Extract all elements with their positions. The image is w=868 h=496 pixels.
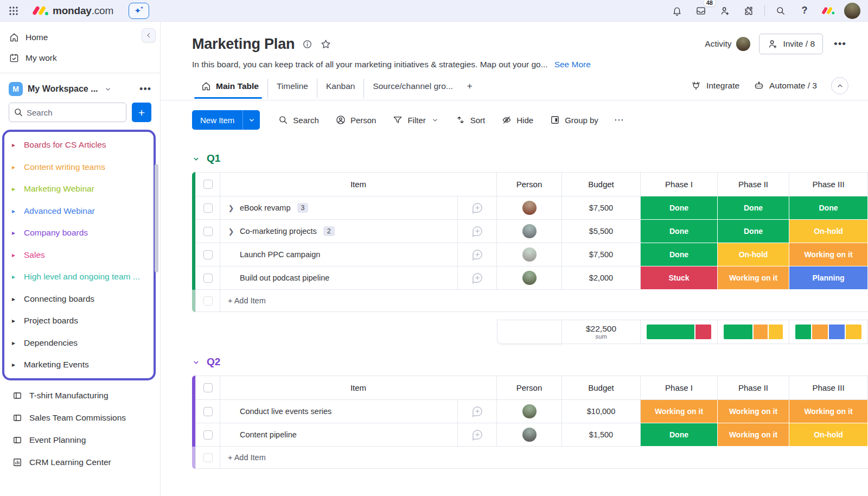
column-header-phase-iii[interactable]: Phase III xyxy=(789,376,868,400)
tab-timeline[interactable]: Timeline xyxy=(267,79,317,98)
sidebar-board-marketing-events[interactable]: ▸Marketing Events xyxy=(4,354,154,376)
row-checkbox[interactable] xyxy=(203,227,213,236)
toolbar-group-by-button[interactable]: Group by xyxy=(544,111,604,129)
chat-plus-icon[interactable] xyxy=(458,266,497,290)
status-cell-phase-1[interactable]: Done xyxy=(641,243,718,266)
sidebar-board-advanced-webinar[interactable]: ▸Advanced Webinar xyxy=(4,200,154,222)
sidebar-item-my-work[interactable]: My work xyxy=(0,48,160,68)
info-icon[interactable] xyxy=(302,39,312,49)
status-cell-phase-1[interactable]: Working on it xyxy=(641,400,718,423)
budget-cell[interactable]: $10,000 xyxy=(562,400,641,423)
row-checkbox[interactable] xyxy=(203,453,213,462)
person-cell[interactable] xyxy=(497,243,562,266)
status-cell-phase-3[interactable]: Working on it xyxy=(789,400,868,423)
ai-sparkle-icon[interactable]: ✦✦ xyxy=(129,3,149,19)
automate-button[interactable]: Automate / 3 xyxy=(754,80,817,91)
add-item-button[interactable]: + Add Item xyxy=(220,447,868,469)
row-checkbox[interactable] xyxy=(203,204,213,213)
item-cell[interactable]: Content pipeline xyxy=(220,423,458,447)
column-header-item[interactable]: Item xyxy=(220,172,497,196)
sidebar-board-event-planning[interactable]: Event Planning xyxy=(2,429,156,452)
item-cell[interactable]: ❯eBook revamp3 xyxy=(220,196,458,220)
toolbar-person-button[interactable]: Person xyxy=(329,111,382,129)
status-cell-phase-1[interactable]: Done xyxy=(641,220,718,243)
expand-chevron-icon[interactable]: ❯ xyxy=(227,204,235,212)
column-header-phase-ii[interactable]: Phase II xyxy=(718,376,789,400)
person-cell[interactable] xyxy=(497,266,562,290)
add-item-button[interactable]: + Add Item xyxy=(220,290,868,312)
sidebar-board-content-writing-teams[interactable]: ▸Content writing teams xyxy=(4,156,154,179)
sidebar-board-marketing-webinar[interactable]: ▸Marketing Webinar xyxy=(4,178,154,200)
footer-distribution-cell-phase-1[interactable] xyxy=(641,320,718,344)
help-icon[interactable]: ? xyxy=(796,3,813,19)
item-name[interactable]: Launch PPC campaign xyxy=(240,250,320,259)
see-more-link[interactable]: See More xyxy=(554,60,591,69)
apps-grid-icon[interactable] xyxy=(5,3,22,19)
sidebar-collapse-button[interactable] xyxy=(142,28,156,42)
sidebar-board-t-shirt-manufacturing[interactable]: T-shirt Manufacturing xyxy=(2,385,156,407)
sidebar-board-project-boards[interactable]: ▸Project boards xyxy=(4,310,154,332)
row-checkbox[interactable] xyxy=(203,250,213,259)
item-name[interactable]: eBook revamp xyxy=(240,204,291,212)
column-header-budget[interactable]: Budget xyxy=(562,376,641,400)
column-header-phase-i[interactable]: Phase I xyxy=(641,172,718,196)
tab-main-table[interactable]: Main Table xyxy=(192,79,267,98)
expand-chevron-icon[interactable]: ❯ xyxy=(227,227,235,236)
bell-icon[interactable] xyxy=(669,3,685,19)
person-cell[interactable] xyxy=(497,196,562,220)
sidebar-scrollbar[interactable] xyxy=(155,164,158,272)
sidebar-board-connecting-boards[interactable]: ▸Connecting boards xyxy=(4,288,154,310)
budget-cell[interactable]: $2,000 xyxy=(562,266,641,290)
item-name[interactable]: Conduct live events series xyxy=(240,407,331,416)
collapse-header-button[interactable] xyxy=(831,77,848,94)
workspace-row[interactable]: M My Workspace ... ••• xyxy=(0,79,160,101)
budget-cell[interactable]: $5,500 xyxy=(562,220,641,243)
tab-source-channel-gro[interactable]: Source/channel gro... xyxy=(363,79,461,98)
toolbar-hide-button[interactable]: Hide xyxy=(495,111,539,129)
sidebar-search-input[interactable] xyxy=(9,103,126,122)
column-header-item[interactable]: Item xyxy=(220,376,497,400)
column-header-budget[interactable]: Budget xyxy=(562,172,641,196)
budget-cell[interactable]: $1,500 xyxy=(562,423,641,447)
integrate-button[interactable]: Integrate xyxy=(691,80,739,91)
select-all-checkbox[interactable] xyxy=(203,383,213,392)
sidebar-board-high-level-and-ongoing-team[interactable]: ▸High level and ongoing team ... xyxy=(4,266,154,288)
new-item-dropdown[interactable] xyxy=(242,110,260,130)
status-cell-phase-1[interactable]: Done xyxy=(641,423,718,447)
person-cell[interactable] xyxy=(497,220,562,243)
toolbar-filter-button[interactable]: Filter xyxy=(386,111,444,129)
chevron-down-icon[interactable] xyxy=(192,358,200,366)
footer-distribution-cell-phase-3[interactable] xyxy=(789,320,868,344)
sidebar-board-boards-for-cs-articles[interactable]: ▸Boards for CS Articles xyxy=(4,134,154,156)
status-cell-phase-2[interactable]: Working on it xyxy=(718,266,789,290)
column-header-phase-ii[interactable]: Phase II xyxy=(718,172,789,196)
toolbar-search-button[interactable]: Search xyxy=(272,111,325,129)
status-cell-phase-2[interactable]: Done xyxy=(718,196,789,220)
status-cell-phase-2[interactable]: Working on it xyxy=(718,423,789,447)
footer-sum-cell[interactable]: $22,500sum xyxy=(562,320,641,344)
new-item-button[interactable]: New Item xyxy=(192,110,260,130)
board-menu-icon[interactable]: ••• xyxy=(832,38,848,50)
item-name[interactable]: Co-marketing projects xyxy=(240,227,317,236)
marketplace-icon[interactable] xyxy=(741,3,757,19)
search-icon[interactable] xyxy=(773,3,789,19)
item-name[interactable]: Content pipeline xyxy=(240,430,297,439)
user-avatar[interactable] xyxy=(844,3,860,19)
status-cell-phase-3[interactable]: On-hold xyxy=(789,423,868,447)
workspace-menu-icon[interactable]: ••• xyxy=(139,84,151,95)
chevron-down-icon[interactable] xyxy=(104,85,112,93)
favorite-star-icon[interactable] xyxy=(320,39,331,50)
activity-button[interactable]: Activity xyxy=(705,37,750,51)
monday-logo[interactable]: monday.com xyxy=(33,5,113,17)
status-cell-phase-3[interactable]: On-hold xyxy=(789,220,868,243)
tab-kanban[interactable]: Kanban xyxy=(317,79,363,98)
select-all-checkbox[interactable] xyxy=(203,180,213,189)
item-cell[interactable]: Build out podcast pipeline xyxy=(220,266,458,290)
add-view-button[interactable]: + xyxy=(462,79,478,98)
column-header-phase-i[interactable]: Phase I xyxy=(641,376,718,400)
footer-distribution-cell-phase-2[interactable] xyxy=(718,320,789,344)
chat-plus-icon[interactable] xyxy=(458,243,497,266)
budget-cell[interactable]: $7,500 xyxy=(562,196,641,220)
chat-plus-icon[interactable] xyxy=(458,423,497,447)
sidebar-board-company-boards[interactable]: ▸Company boards xyxy=(4,222,154,244)
